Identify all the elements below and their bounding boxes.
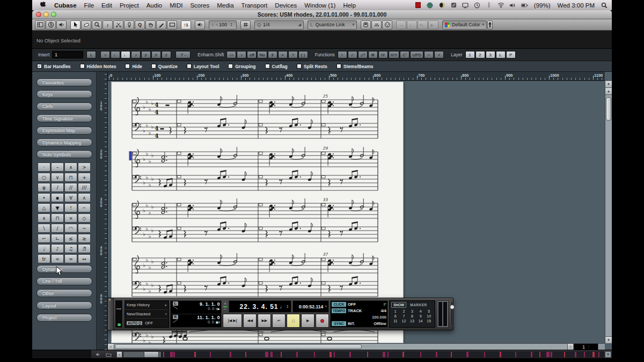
symbol-11[interactable]: ///: [78, 183, 91, 192]
window-layout-button[interactable]: [35, 20, 45, 29]
symbol-15[interactable]: ʌ: [78, 193, 91, 202]
marker-11[interactable]: 11: [391, 319, 400, 323]
sidebar-keys[interactable]: Keys: [36, 90, 92, 98]
symbol-20[interactable]: ∧: [38, 213, 50, 223]
function-c[interactable]: C⁷: [400, 51, 409, 58]
function-[interactable]: ⊕: [368, 51, 378, 58]
symbol-21[interactable]: ⊓: [51, 213, 64, 223]
enharm-2[interactable]: off: [247, 51, 257, 58]
window-titlebar[interactable]: Scores: USM rhodes, 22.01.01.000 - 99.01…: [32, 10, 612, 19]
function-upd[interactable]: UPD: [410, 51, 423, 58]
moon-icon[interactable]: [438, 2, 445, 9]
function-[interactable]: −: [424, 51, 434, 58]
sidebar-expression-map[interactable]: Expression Map: [36, 127, 92, 135]
menubar-clock[interactable]: Wed 3:00 PM: [558, 2, 595, 9]
note-value-5[interactable]: ♬: [151, 51, 161, 58]
menu-transport[interactable]: Transport: [241, 2, 268, 9]
note-up-button[interactable]: ♯♩: [428, 20, 438, 29]
l-button[interactable]: L: [86, 51, 96, 58]
enharm-4[interactable]: ♯: [268, 51, 277, 58]
grid-button[interactable]: [240, 20, 251, 29]
tool-layout[interactable]: [167, 20, 177, 29]
symbol-9[interactable]: /: [51, 183, 64, 192]
enharm-0[interactable]: ♭♭: [226, 51, 236, 58]
checkbox-hidden-notes[interactable]: [80, 64, 85, 69]
menu-cubase[interactable]: Cubase: [54, 2, 77, 9]
page-number-box[interactable]: 1 ▲▼: [574, 344, 598, 350]
marker-4[interactable]: 4: [416, 309, 425, 313]
feedback-note-button[interactable]: [195, 20, 205, 29]
sidebar-favourites[interactable]: Favourites: [36, 78, 92, 86]
symbol-10[interactable]: //: [64, 183, 77, 192]
note-value-4[interactable]: ♬: [141, 51, 151, 58]
tool-glue[interactable]: [124, 20, 134, 29]
master-fader-thumb[interactable]: [450, 305, 455, 309]
marker-14[interactable]: 14: [416, 319, 425, 323]
note-value-0[interactable]: ○: [100, 51, 110, 58]
layer-3[interactable]: 3: [486, 51, 495, 58]
right-locator-badge[interactable]: R: [173, 315, 178, 319]
marker-15[interactable]: 15: [425, 319, 433, 323]
filter-split-rests[interactable]: Split Rests: [297, 64, 327, 69]
function-i[interactable]: i: [338, 51, 347, 58]
right-locator-display[interactable]: 11. 1. 1. 0 0. 0◼II: [180, 315, 220, 327]
note-value-3[interactable]: ♪: [131, 51, 141, 58]
menu-devices[interactable]: Devices: [275, 2, 297, 9]
menu-media[interactable]: Media: [217, 2, 233, 9]
sidebar-dynamics-mapping[interactable]: Dynamics Mapping: [36, 138, 92, 146]
tuplet-button[interactable]: T -: [175, 51, 191, 58]
menu-file[interactable]: File: [84, 2, 94, 9]
move-to-cursor-button[interactable]: →: [396, 20, 406, 29]
marker-1[interactable]: 1: [391, 309, 400, 313]
solo-button[interactable]: S: [46, 20, 56, 29]
locate-prev-next-button[interactable]: |◀ ▶|: [223, 314, 242, 328]
stop-button[interactable]: □: [287, 314, 300, 328]
project-scroll-down-button[interactable]: ▼: [605, 351, 611, 358]
tool-insert-note[interactable]: ♪: [103, 20, 113, 29]
enharm-3[interactable]: No: [257, 51, 267, 58]
symbol-37[interactable]: ∞: [51, 254, 64, 263]
transport-panel[interactable]: Keep History▸ New/Stacked≡ AUTO QOFF L 9…: [107, 298, 453, 330]
layer-p[interactable]: P: [506, 51, 516, 58]
play-button[interactable]: ▶: [301, 314, 314, 328]
enharm-5[interactable]: ×: [278, 51, 288, 58]
horizontal-scrollbar[interactable]: ‹ › 1 ▲▼: [108, 343, 605, 350]
left-locator-badge[interactable]: L: [173, 301, 178, 306]
menu-window-1[interactable]: Window (1): [304, 2, 335, 9]
function-[interactable]: ♫³: [358, 51, 368, 58]
symbol-7[interactable]: +: [78, 173, 91, 182]
symbol-16[interactable]: △: [38, 203, 50, 212]
enharm-7[interactable]: ( ): [298, 51, 308, 58]
note-value-2[interactable]: ♩: [121, 51, 130, 58]
tool-draw[interactable]: [156, 20, 166, 29]
tool-hand[interactable]: [145, 20, 156, 29]
volume-icon[interactable]: [509, 2, 516, 9]
filter-layout-tool[interactable]: Layout Tool: [187, 64, 219, 69]
click-toggle[interactable]: CLICK: [332, 302, 346, 307]
spotlight-icon[interactable]: [601, 2, 608, 9]
symbol-39[interactable]: ↔: [78, 254, 91, 263]
apple-menu-icon[interactable]: [40, 2, 47, 9]
midi-input-button[interactable]: [382, 20, 392, 29]
tool-quantize[interactable]: Q: [135, 20, 145, 29]
time-machine-icon[interactable]: [474, 2, 481, 9]
acoustic-feedback-button[interactable]: [56, 20, 67, 29]
song-position-display[interactable]: 22. 3. 4. 51 ♩ ▲▼: [229, 300, 291, 313]
tool-erase[interactable]: [81, 20, 91, 29]
page-spinner[interactable]: ▲▼: [588, 345, 590, 349]
function-x-y[interactable]: X/Y: [389, 51, 400, 58]
marker-7[interactable]: 7: [400, 314, 408, 318]
horizontal-scroll-track[interactable]: [114, 344, 567, 350]
marker-3[interactable]: 3: [408, 309, 416, 313]
layer-l[interactable]: L: [496, 51, 506, 58]
cycle-button[interactable]: ↩: [272, 314, 286, 328]
snap-button[interactable]: [361, 20, 371, 29]
scroll-down-button[interactable]: ▼: [605, 336, 612, 343]
resize-corner[interactable]: [598, 344, 605, 350]
step-input-button[interactable]: [371, 20, 382, 29]
symbol-24[interactable]: \: [38, 224, 50, 233]
symbol-4[interactable]: ○: [38, 173, 50, 182]
punch-out-icon[interactable]: ◼II: [216, 320, 220, 324]
automation-read-menu[interactable]: Keep History▸: [125, 301, 169, 310]
tool-select[interactable]: [70, 20, 80, 29]
